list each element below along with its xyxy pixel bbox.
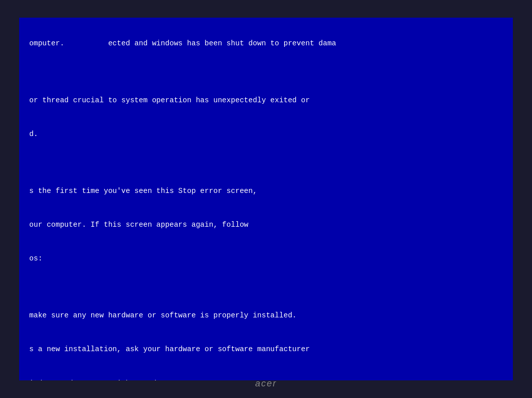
- line-2: or thread crucial to system operation ha…: [29, 96, 310, 104]
- bsod-content: omputer. ected and windows has been shut…: [29, 27, 503, 380]
- bsod-screen: omputer. ected and windows has been shut…: [19, 18, 513, 380]
- monitor-frame: omputer. ected and windows has been shut…: [0, 0, 532, 398]
- line-6: os:: [29, 254, 42, 262]
- line-4: s the first time you've seen this Stop e…: [29, 187, 257, 195]
- line-3: d.: [29, 130, 38, 138]
- line-7: make sure any new hardware or software i…: [29, 311, 297, 319]
- line-1: omputer. ected and windows has been shut…: [29, 39, 336, 47]
- monitor-brand: acer: [255, 378, 277, 389]
- line-5: our computer. If this screen appears aga…: [29, 221, 248, 229]
- line-9: indows updates you might need.: [29, 379, 161, 380]
- line-8: s a new installation, ask your hardware …: [29, 345, 310, 353]
